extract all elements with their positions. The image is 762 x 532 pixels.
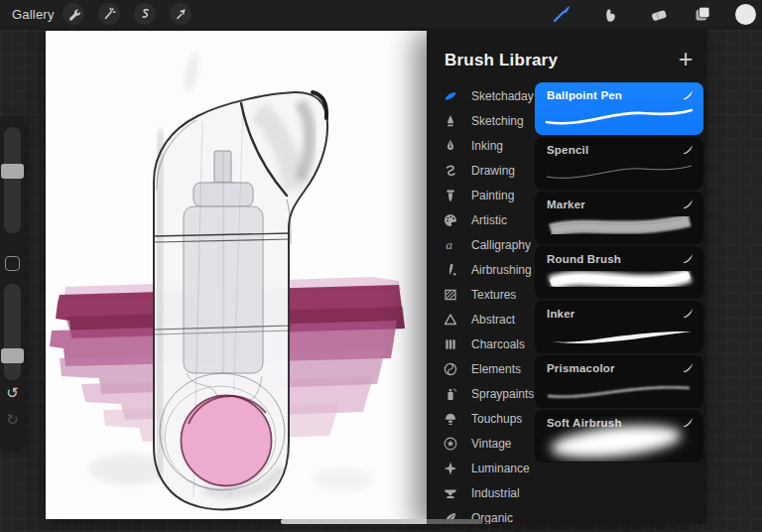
paintbrush-icon: [443, 188, 458, 203]
sidebar-widget: ↺ ↻: [0, 117, 25, 449]
category-drawing[interactable]: Drawing: [427, 158, 534, 183]
category-artistic[interactable]: Artistic: [427, 207, 534, 232]
triangle-icon: [443, 312, 458, 328]
paint-tool-button[interactable]: [549, 2, 574, 26]
smudge-finger-icon: [600, 4, 620, 24]
anvil-icon: [443, 485, 458, 501]
layers-icon: [693, 4, 712, 24]
stylus-icon: [682, 199, 695, 209]
eraser-tool-button[interactable]: [646, 2, 672, 26]
add-brush-button[interactable]: +: [673, 44, 698, 73]
brush-name: Spencil: [547, 144, 588, 156]
elements-globe-icon: [443, 361, 458, 377]
stylus-icon: [682, 362, 695, 373]
category-calligraphy[interactable]: aCalligraphy: [427, 232, 534, 257]
selection-button[interactable]: [134, 3, 156, 25]
brush-card-round-brush[interactable]: Round Brush: [535, 246, 703, 299]
category-label: Airbrushing: [471, 263, 532, 277]
modify-button[interactable]: [5, 256, 20, 271]
category-label: Charcoals: [471, 337, 525, 351]
brush-name: Round Brush: [547, 253, 621, 265]
brush-card-prismacolor[interactable]: Prismacolor: [535, 355, 703, 408]
scrollbar-thumb-light[interactable]: [281, 519, 427, 524]
sparkle-icon: [443, 461, 458, 476]
pencil-tip-icon: [443, 113, 458, 129]
category-vintage[interactable]: Vintage: [427, 431, 534, 456]
transform-button[interactable]: [170, 3, 191, 25]
svg-text:a: a: [446, 237, 453, 252]
category-label: Drawing: [471, 164, 515, 178]
category-abstract[interactable]: Abstract: [427, 307, 534, 332]
transform-arrow-icon: [174, 7, 188, 21]
category-label: Sketching: [471, 114, 524, 128]
brush-card-marker[interactable]: Marker: [535, 192, 703, 244]
airbrush-icon: [443, 262, 458, 278]
category-industrial[interactable]: Industrial: [427, 480, 534, 505]
color-well-button[interactable]: [735, 4, 756, 25]
stylus-icon: [682, 89, 695, 100]
stylus-icon: [682, 253, 695, 264]
brush-card-ballpoint-pen[interactable]: Ballpoint Pen: [535, 82, 703, 135]
brush-size-handle[interactable]: [1, 164, 24, 179]
category-label: Inking: [471, 139, 503, 153]
category-label: Abstract: [471, 313, 515, 327]
category-label: Spraypaints: [471, 387, 534, 401]
category-luminance[interactable]: Luminance: [427, 456, 534, 480]
brush-name: Marker: [547, 199, 585, 210]
opacity-slider[interactable]: [4, 284, 21, 380]
touchup-lamp-icon: [443, 411, 458, 427]
texture-hatch-icon: [443, 287, 458, 303]
brush-size-slider[interactable]: [4, 127, 21, 233]
stylus-icon: [682, 308, 695, 319]
brush-name: Inker: [547, 308, 575, 320]
selection-s-icon: [138, 7, 152, 21]
category-spraypaints[interactable]: Spraypaints: [427, 381, 534, 406]
calligraphy-a-icon: a: [443, 237, 458, 253]
top-toolbar: Gallery: [0, 0, 762, 29]
redo-button[interactable]: ↻: [0, 412, 25, 428]
category-sketchaday[interactable]: Sketchaday: [427, 83, 534, 108]
brush-library-panel: Brush Library + Sketchaday Sketching Ink…: [427, 28, 707, 524]
category-painting[interactable]: Painting: [427, 183, 534, 207]
layers-button[interactable]: [690, 2, 715, 26]
adjustments-button[interactable]: [98, 3, 120, 25]
category-elements[interactable]: Elements: [427, 356, 534, 381]
eraser-icon: [649, 4, 669, 24]
swoosh-icon: [443, 88, 458, 104]
category-sketching[interactable]: Sketching: [427, 108, 534, 133]
category-touchups[interactable]: Touchups: [427, 406, 534, 431]
undo-button[interactable]: ↺: [0, 385, 25, 401]
vintage-star-icon: [443, 436, 458, 452]
spray-can-icon: [443, 386, 458, 402]
actions-button[interactable]: [63, 3, 84, 25]
brush-card-spencil[interactable]: Spencil: [535, 137, 703, 190]
drawing-canvas[interactable]: [46, 31, 429, 519]
charcoal-bars-icon: [443, 336, 458, 352]
category-label: Artistic: [471, 213, 507, 227]
horizontal-scrollbar[interactable]: [281, 519, 483, 524]
category-label: Painting: [471, 189, 514, 202]
category-inking[interactable]: Inking: [427, 133, 534, 158]
magic-wand-icon: [102, 7, 116, 21]
gallery-button[interactable]: Gallery: [12, 7, 55, 22]
redo-icon: ↻: [6, 411, 19, 428]
smudge-tool-button[interactable]: [597, 2, 623, 26]
ink-nib-icon: [443, 138, 458, 154]
brush-name: Prismacolor: [547, 362, 615, 374]
stylus-icon: [682, 144, 695, 155]
brush-card-inker[interactable]: Inker: [535, 301, 703, 353]
category-label: Touchups: [471, 412, 522, 426]
brush-name: Ballpoint Pen: [547, 89, 622, 101]
category-label: Textures: [471, 288, 516, 302]
squiggle-icon: [443, 163, 458, 179]
canvas-artwork: [46, 31, 429, 519]
category-charcoals[interactable]: Charcoals: [427, 332, 534, 356]
scrollbar-thumb-dark[interactable]: [427, 519, 483, 524]
category-airbrushing[interactable]: Airbrushing: [427, 257, 534, 282]
brush-card-soft-airbrush[interactable]: Soft Airbrush: [535, 410, 703, 463]
opacity-handle[interactable]: [1, 348, 24, 363]
category-label: Elements: [471, 362, 521, 376]
category-textures[interactable]: Textures: [427, 282, 534, 307]
panel-title: Brush Library: [444, 51, 558, 70]
category-label: Vintage: [471, 437, 511, 451]
